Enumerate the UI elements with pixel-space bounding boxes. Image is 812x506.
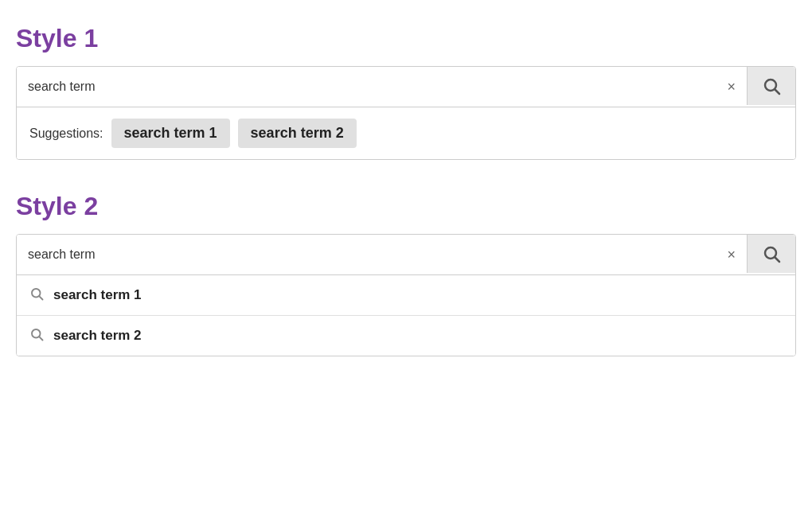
style2-search-row: × [17, 235, 795, 275]
style1-search-button[interactable] [747, 67, 795, 105]
style2-suggestion-1-text: search term 1 [53, 287, 142, 303]
style2-suggestion-item-2[interactable]: search term 2 [17, 316, 795, 356]
style1-title: Style 1 [16, 24, 796, 53]
style2-suggestion-2-text: search term 2 [53, 328, 142, 344]
style1-clear-button[interactable]: × [716, 70, 747, 103]
style1-search-icon [762, 76, 781, 95]
svg-line-1 [775, 90, 780, 95]
style1-search-row: × [17, 67, 795, 107]
style2-search-button[interactable] [747, 235, 795, 273]
style2-suggestion-2-search-icon [29, 327, 44, 344]
style1-suggestions-row: Suggestions: search term 1 search term 2 [17, 107, 795, 159]
style2-search-container: × search term 1 search term 2 [16, 234, 796, 356]
style2-suggestion-item-1[interactable]: search term 1 [17, 275, 795, 316]
svg-line-5 [39, 296, 42, 299]
style1-search-input[interactable] [17, 67, 716, 107]
style1-search-container: × Suggestions: search term 1 search term… [16, 66, 796, 160]
svg-line-7 [39, 337, 42, 340]
style1-suggestions-label: Suggestions: [29, 127, 103, 141]
style2-search-icon [762, 244, 781, 263]
style1-suggestion-2[interactable]: search term 2 [238, 119, 357, 148]
style2-suggestion-1-search-icon [29, 286, 44, 304]
svg-line-3 [775, 258, 780, 263]
style2-clear-button[interactable]: × [716, 238, 747, 271]
style2-search-input[interactable] [17, 235, 716, 274]
style2-title: Style 2 [16, 192, 796, 221]
style1-suggestion-1[interactable]: search term 1 [111, 119, 230, 148]
